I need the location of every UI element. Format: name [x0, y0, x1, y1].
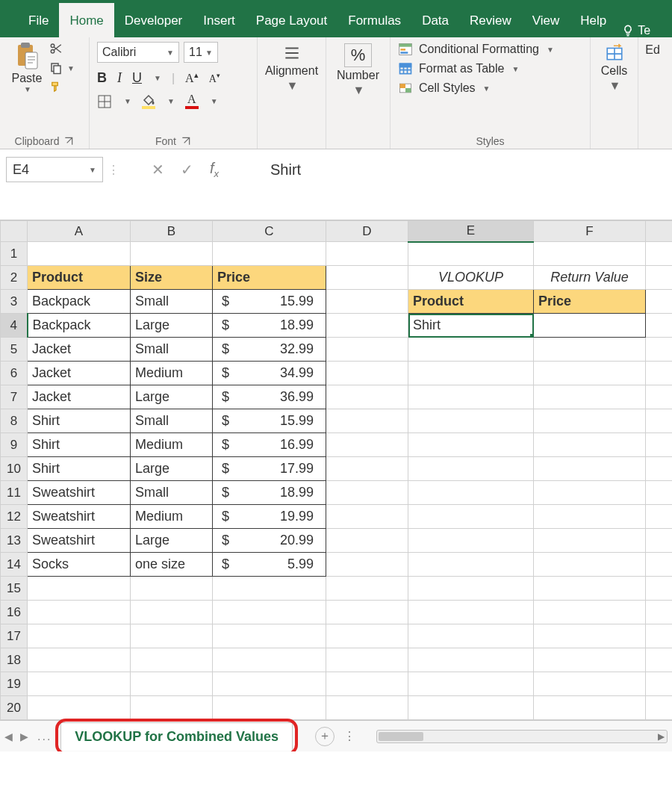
- name-box[interactable]: E4 ▼: [6, 157, 103, 182]
- cell[interactable]: [534, 338, 646, 362]
- cell[interactable]: VLOOKUP: [408, 266, 534, 290]
- copy-button[interactable]: ▼: [49, 61, 75, 75]
- cell[interactable]: [646, 577, 673, 601]
- col-header-C[interactable]: C: [213, 221, 326, 242]
- cell[interactable]: Shirt: [28, 433, 131, 457]
- shrink-font-button[interactable]: A▾: [209, 72, 220, 85]
- cancel-formula-button[interactable]: ✕: [152, 161, 164, 179]
- cell[interactable]: [408, 409, 534, 433]
- cell[interactable]: [408, 553, 534, 577]
- row-header[interactable]: 13: [1, 529, 28, 553]
- col-header-blank[interactable]: [646, 221, 673, 242]
- cell[interactable]: [646, 672, 673, 696]
- tab-file[interactable]: File: [18, 3, 59, 37]
- row-header[interactable]: 2: [1, 266, 28, 290]
- cell[interactable]: [408, 696, 534, 720]
- cell[interactable]: [408, 505, 534, 529]
- fill-color-button[interactable]: [142, 93, 155, 109]
- cell[interactable]: $18.99: [213, 481, 326, 505]
- row-header[interactable]: 17: [1, 624, 28, 648]
- cell[interactable]: Medium: [131, 505, 213, 529]
- cell[interactable]: [408, 481, 534, 505]
- cell[interactable]: [646, 242, 673, 266]
- tab-page-layout[interactable]: Page Layout: [246, 3, 337, 37]
- cell[interactable]: [534, 505, 646, 529]
- cell[interactable]: Medium: [131, 362, 213, 385]
- sheet-nav-prev[interactable]: ◀: [4, 731, 13, 742]
- cell[interactable]: Shirt: [28, 457, 131, 481]
- cell[interactable]: [213, 672, 326, 696]
- tab-home[interactable]: Home: [59, 3, 113, 37]
- cell[interactable]: Medium: [131, 433, 213, 457]
- accept-formula-button[interactable]: ✓: [181, 161, 193, 179]
- cell[interactable]: [213, 242, 326, 266]
- cell[interactable]: [326, 242, 408, 266]
- cell[interactable]: Large: [131, 529, 213, 553]
- cell[interactable]: [408, 648, 534, 672]
- cell[interactable]: [408, 242, 534, 266]
- row-header[interactable]: 14: [1, 553, 28, 577]
- row-header[interactable]: 4: [1, 314, 28, 338]
- cell[interactable]: [646, 409, 673, 433]
- cell[interactable]: Price: [213, 266, 326, 290]
- font-name-select[interactable]: Calibri▼: [97, 42, 179, 63]
- cell[interactable]: [408, 529, 534, 553]
- cell[interactable]: one size: [131, 553, 213, 577]
- cell[interactable]: [534, 242, 646, 266]
- tab-data[interactable]: Data: [411, 3, 459, 37]
- cell[interactable]: [408, 433, 534, 457]
- cell[interactable]: [131, 648, 213, 672]
- cell[interactable]: [646, 648, 673, 672]
- cell[interactable]: [534, 696, 646, 720]
- cell[interactable]: [408, 338, 534, 362]
- cell[interactable]: [131, 601, 213, 624]
- tab-insert[interactable]: Insert: [193, 3, 246, 37]
- cell[interactable]: [534, 672, 646, 696]
- cell[interactable]: [534, 409, 646, 433]
- cell[interactable]: [326, 290, 408, 314]
- cell[interactable]: Return Value: [534, 266, 646, 290]
- cell[interactable]: [28, 624, 131, 648]
- editing-button[interactable]: Ed: [645, 42, 660, 57]
- cell[interactable]: Small: [131, 338, 213, 362]
- row-header[interactable]: 19: [1, 672, 28, 696]
- cell[interactable]: [534, 314, 646, 338]
- scroll-thumb[interactable]: [379, 732, 423, 741]
- row-header[interactable]: 16: [1, 601, 28, 624]
- tab-formulas[interactable]: Formulas: [337, 3, 411, 37]
- cell[interactable]: $17.99: [213, 457, 326, 481]
- cell[interactable]: [213, 624, 326, 648]
- cell[interactable]: $15.99: [213, 409, 326, 433]
- cell[interactable]: Backpack: [28, 314, 131, 338]
- cell-styles-button[interactable]: Cell Styles▼: [398, 81, 554, 96]
- col-header-E[interactable]: E: [408, 221, 534, 242]
- format-as-table-button[interactable]: Format as Table▼: [398, 61, 554, 76]
- cell[interactable]: [646, 314, 673, 338]
- row-header[interactable]: 12: [1, 505, 28, 529]
- cell[interactable]: [534, 577, 646, 601]
- cell[interactable]: [408, 362, 534, 385]
- cell[interactable]: Jacket: [28, 362, 131, 385]
- cell[interactable]: [28, 601, 131, 624]
- cell[interactable]: $15.99: [213, 290, 326, 314]
- cell[interactable]: $18.99: [213, 314, 326, 338]
- cell[interactable]: [646, 529, 673, 553]
- sheet-nav-next[interactable]: ▶: [20, 731, 28, 742]
- cell[interactable]: [534, 481, 646, 505]
- cell[interactable]: [646, 338, 673, 362]
- font-color-button[interactable]: A: [185, 93, 199, 109]
- row-header[interactable]: 5: [1, 338, 28, 362]
- cell[interactable]: [326, 338, 408, 362]
- cell[interactable]: [646, 553, 673, 577]
- cell[interactable]: [28, 672, 131, 696]
- cell[interactable]: Backpack: [28, 290, 131, 314]
- cell[interactable]: Price: [534, 290, 646, 314]
- cell[interactable]: [326, 314, 408, 338]
- cell[interactable]: Shirt: [408, 314, 534, 338]
- cell[interactable]: Jacket: [28, 338, 131, 362]
- cell[interactable]: [646, 362, 673, 385]
- cell[interactable]: Sweatshirt: [28, 505, 131, 529]
- cell[interactable]: $5.99: [213, 553, 326, 577]
- cell[interactable]: $19.99: [213, 505, 326, 529]
- cell[interactable]: [326, 577, 408, 601]
